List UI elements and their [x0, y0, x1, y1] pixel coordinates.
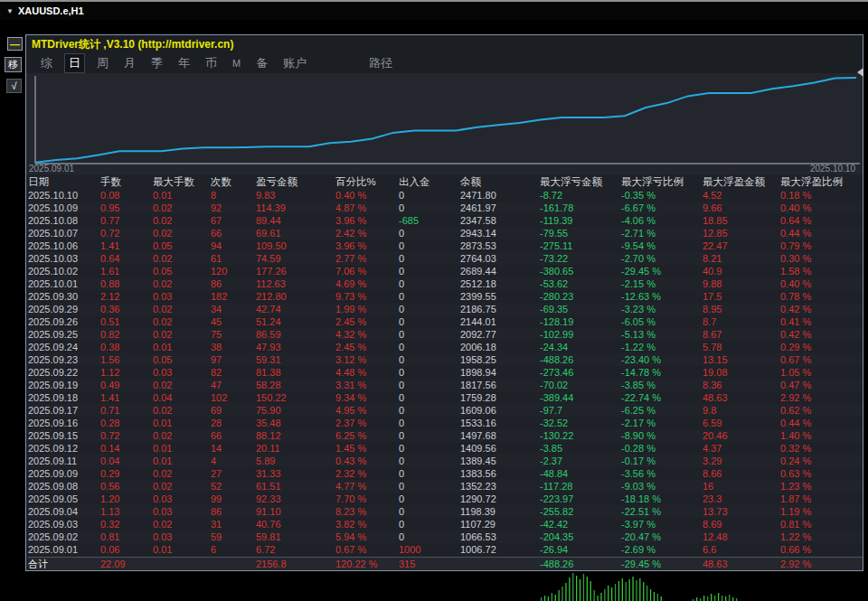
table-row: 2025.09.051.200.039992.337.70 %01290.72-… [28, 493, 863, 505]
value-cell: 0.72 [100, 227, 153, 239]
value-cell: 35.48 [256, 417, 335, 429]
row-date-cell: 2025.10.02 [28, 265, 100, 277]
table-row: 2025.09.221.120.038281.384.48 %01898.94-… [28, 366, 863, 379]
value-cell: 22.47 [703, 239, 780, 252]
value-cell: 0.42 % [780, 328, 860, 341]
table-row: 2025.10.070.720.026669.612.42 %02943.14-… [28, 227, 863, 239]
value-cell: 0.02 [153, 202, 211, 214]
value-cell: 8 [211, 189, 256, 202]
value-cell: -14.78 % [621, 366, 703, 379]
row-date-cell: 2025.09.17 [28, 404, 100, 417]
value-cell: 0.40 % [780, 277, 860, 290]
value-cell: 182 [211, 290, 256, 303]
value-cell: 0.95 [100, 202, 153, 214]
value-cell: 0 [399, 315, 460, 328]
cumulative-profit-line [35, 78, 856, 163]
value-cell: 52 [211, 480, 256, 493]
row-date-cell: 2025.09.30 [28, 290, 100, 303]
value-cell: 45 [211, 315, 256, 328]
value-cell: 0.01 [153, 543, 211, 556]
value-cell: 91.10 [256, 505, 335, 518]
value-cell: 1066.53 [460, 531, 540, 543]
value-cell: 2461.97 [460, 202, 540, 214]
value-cell: -97.7 [540, 404, 621, 417]
table-row: 2025.09.190.490.024758.283.31 %01817.56-… [28, 379, 863, 391]
value-cell: 109.50 [256, 239, 335, 252]
value-cell: 0.81 % [780, 518, 860, 531]
tab-quarterly[interactable]: 季 [147, 54, 166, 72]
column-header: 最大浮盈金额 [703, 174, 780, 189]
value-cell: -204.35 [540, 531, 621, 543]
panel-title-bar[interactable]: MTDriver统计 ,V3.10 (http://mtdriver.cn) [26, 35, 863, 53]
value-cell: 59.31 [256, 353, 335, 366]
tab-m[interactable]: M [229, 57, 244, 70]
value-cell: 0 [399, 442, 460, 455]
value-cell: 4.32 % [335, 328, 399, 341]
value-cell: 59.81 [256, 531, 335, 543]
value-cell: 0.02 [153, 277, 211, 290]
symbol-dropdown-icon[interactable]: ▼ [6, 7, 14, 15]
tab-account[interactable]: 账户 [279, 54, 310, 72]
value-cell: 66 [211, 227, 256, 239]
panel-move-button[interactable]: 移 [5, 57, 22, 72]
table-header-row: 日期手数最大手数次数盈亏金额百分比%出入金余额最大浮亏金额最大浮亏比例最大浮盈金… [28, 174, 863, 189]
value-cell: -22.51 % [621, 505, 703, 518]
value-cell: -1.22 % [621, 341, 703, 353]
value-cell: 0.82 [100, 328, 153, 341]
value-cell: 2.42 % [335, 227, 399, 239]
value-cell: 1958.25 [460, 353, 540, 366]
value-cell: 8.67 [703, 328, 780, 341]
value-cell: 0.43 % [335, 455, 399, 467]
tab-daily[interactable]: 日 [64, 53, 85, 73]
tab-yearly[interactable]: 年 [175, 54, 193, 72]
value-cell: 2.37 % [335, 417, 399, 429]
tab-weekly[interactable]: 周 [93, 54, 112, 72]
value-cell: 0 [399, 303, 460, 315]
value-cell: 2943.14 [460, 227, 540, 239]
value-cell: 82 [211, 366, 256, 379]
table-row: 2025.09.041.130.038691.108.23 %01198.39-… [28, 505, 863, 518]
tab-summary[interactable]: 综 [37, 54, 56, 72]
value-cell: 0 [399, 493, 460, 505]
value-cell: 0.02 [153, 467, 211, 480]
row-date-cell: 2025.09.23 [28, 353, 100, 366]
column-header: 日期 [28, 174, 100, 189]
value-cell: 0.03 [153, 493, 211, 505]
value-cell: -24.34 [540, 341, 621, 353]
tab-path[interactable]: 路径 [365, 54, 396, 72]
value-cell: 4.69 % [335, 277, 399, 290]
row-date-cell: 2025.10.06 [28, 239, 100, 252]
table-row: 2025.09.120.140.011420.111.45 %01409.56-… [28, 442, 863, 455]
value-cell: -223.97 [540, 493, 621, 505]
value-cell: 2347.58 [460, 214, 540, 227]
value-cell: 0.40 % [335, 189, 399, 202]
value-cell: -70.02 [540, 379, 621, 391]
panel-minimize-button[interactable]: — [7, 37, 23, 51]
value-cell: -0.17 % [621, 455, 703, 467]
value-cell: 8.21 [703, 252, 780, 265]
value-cell: 4.37 [703, 442, 780, 455]
value-cell: 7.70 % [335, 493, 399, 505]
value-cell: 6.59 [703, 417, 780, 429]
value-cell: 0.02 [153, 252, 211, 265]
value-cell: 89.44 [256, 214, 335, 227]
value-cell: 12.48 [703, 531, 780, 543]
tab-monthly[interactable]: 月 [120, 54, 139, 72]
value-cell: 0.62 % [780, 404, 860, 417]
value-cell: 0.67 % [780, 353, 860, 366]
value-cell: 0 [399, 202, 460, 214]
value-cell: 67 [211, 214, 256, 227]
value-cell: -73.22 [540, 252, 621, 265]
value-cell: -6.67 % [621, 202, 703, 214]
tab-currency[interactable]: 币 [202, 54, 221, 72]
value-cell: 2006.18 [460, 341, 540, 353]
value-cell: 12.85 [703, 227, 780, 239]
value-cell: -79.55 [540, 227, 621, 239]
panel-check-button[interactable]: √ [6, 79, 22, 93]
tab-note[interactable]: 备 [252, 54, 271, 72]
value-cell: 61.51 [256, 480, 335, 493]
value-cell: 0.03 [153, 531, 211, 543]
value-cell: 2144.01 [460, 315, 540, 328]
equity-curve-chart: 2025.09.01 2025.10.10 [26, 73, 863, 174]
value-cell: 1898.94 [460, 366, 540, 379]
